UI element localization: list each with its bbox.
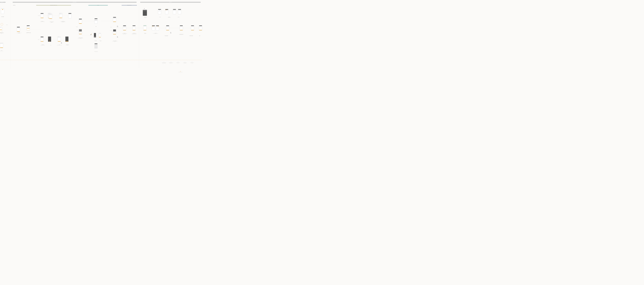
phone-fine[interactable] [65,37,68,42]
label-step3: STEP 3 + ALLEGATICompleta la tua richies… [112,41,118,42]
label-recensioni: RECENSIONITAB "Scritte / Ricevute" [168,17,171,18]
notif-4: Hai scelto con chi lavorare? Assegna la … [183,62,187,63]
label-anteprima: 3. ANTEPRIMA RICHIESTACompleta la tua ri… [78,38,84,39]
label-gallery: GALLERY / RULLINO [94,51,98,52]
hand-icon-dettaglio [170,32,172,34]
phone-pausa[interactable] [58,37,61,42]
phone-extra[interactable] [68,13,71,18]
label-onb-scal: ONBOARDING"Suggerimenti scaletta"[ ok, g… [40,45,45,45]
phone-dash-2[interactable] [156,25,159,31]
notif-3: [Azienda] è interessata alla tua richies… [176,62,180,63]
label-notifiche: NOTIFICHE [178,17,180,17]
warning-icon [180,71,181,72]
phone-aziende[interactable] [180,25,183,31]
bell-icon [178,62,178,62]
label-b-video: B (VIDEO) [38,40,40,40]
phone-domande[interactable] [59,13,62,18]
label-domande: # DOMANDE EXTRAfacoltativo accenno una v… [60,21,66,22]
label-aziende: AZIENDE INTERRESSATE+ select "radio butt… [179,34,184,35]
hand-icon-a [117,26,118,27]
phone-onb-dett[interactable] [40,13,44,18]
warning: Non c'è più bisogno di [azienda] [178,71,183,72]
label-b-video-2: B (VIDEO) [77,30,78,31]
hand-icon-b [117,36,118,38]
label-fine: FINE registrazione[ + ] [ ripeti ] [ sal… [66,45,68,45]
phone-notifiche-2[interactable] [178,9,181,14]
phone-nota[interactable] [94,18,98,24]
label-rec: REC [50,45,51,45]
notif-1: I preventivi per [richiesta] tardano ad … [162,62,166,63]
phone-hub[interactable] [27,25,30,31]
phone-onboarding-cliente[interactable] [0,27,2,32]
os-icons: 🤖 [144,8,145,9]
label-pausa: PAUSA"Suggerimenti scaletta"[ Gesture "T… [57,45,62,45]
phone-fotocamera[interactable] [94,33,96,38]
phone-recensioni[interactable] [165,9,168,14]
label-tuoi-dati: 4. I TUOI DATI1. Nome2. Cognome3. Email4… [122,33,128,34]
phone-scatti[interactable] [99,33,101,38]
notif-2: Non ci sono aziende nella tua zona. Este… [169,62,173,63]
bell-icon [164,62,164,62]
phone-dettaglio[interactable] [166,25,169,31]
phone-gallery[interactable] [94,43,98,49]
zone-utente: AREA UTENTE [140,2,201,3]
photo-icon [90,34,92,35]
phone-info[interactable] [17,27,20,32]
phone-intervista-3[interactable] [49,14,52,19]
label-login: LOGINSocial / User / Password [0,50,3,51]
label-verifica: 5. VERIFICA SMS1. Invio codice2. campo i… [132,33,137,34]
label-menu: MENU NAVIGATIONAndroid | iOS [144,17,147,18]
phone-notifiche-1[interactable] [173,9,176,14]
sub-questionario: QUESTIONARIO A. INTERVISTA / B. VIDEO [36,5,71,6]
phone-anteprima-b[interactable] [79,29,82,35]
label-a-intervista: A (INTERVISTA) [38,16,40,16]
sub-registrazione: REGISTRAZIONE UTENTE [122,5,137,6]
label-feed: FEED[ Pubblica ] [199,36,200,36]
phone-richiesta-ass[interactable] [191,25,194,31]
sub-allegati: ALLEGATI [88,5,108,6]
label-onb-dett: ONBOARDING"suggerimento dettatura"[ ok, … [40,21,45,22]
phone-splash[interactable] [1,9,4,14]
label-richiesta-ass: RICHIESTA ASSEGNATA[ Lascia la tua recen… [190,36,193,36]
phone-feed[interactable] [199,25,202,31]
label-info: 1. INFO1. Che cosa ti serve?2. Dove ti s… [16,32,22,34]
label-a-allegati: A + ALLEGATI [110,27,112,27]
action-cta-label: [ action CTA ] [13,5,15,6]
zone-common: AREA COMUNE [0,2,6,3]
label-profilo: PROFILO [160,17,161,17]
label-a-intervista-2: A (INTERVISTA) [76,27,78,27]
phone-tuoi-dati[interactable] [123,25,126,31]
label-b-allegati: B + ALLEGATI [110,30,112,31]
bell-icon [185,62,185,62]
label-nota: NOTA[ allega ] [96,26,96,27]
bell-icon [171,62,171,62]
phone-dash-1[interactable] [152,25,155,31]
label-onboarding-cliente: ONBOARDING CLIENTEFunzionalità B2C[ ok ]… [0,33,4,34]
hand-icon-touch [61,42,62,44]
bell-icon [192,62,192,62]
phone-verifica[interactable] [132,25,136,31]
label-modale: MODALERichiesta pubblicata! [144,33,146,34]
label-dashboard: DASHBOARDTAB "Attive / Archiviate"[ Nuov… [153,33,158,34]
decision-circle [1,23,3,26]
phone-profilo[interactable] [158,9,161,14]
notif-5: Hai lasciato una recensione a [Azienda]? [190,62,194,63]
zone-richiedi: RICHIEDI PREVENTIVO [12,2,137,3]
label-b2c-b2b: B2C B2B [6,25,8,25]
label-hub: 2. HUB INTERVISTA / VIDEO[ Intervista pr… [26,32,31,33]
phone-menu[interactable] [143,10,147,16]
phone-modale[interactable] [143,25,146,31]
phone-step3-a[interactable] [113,17,116,22]
phone-step3-b[interactable] [113,29,116,35]
label-fotocamera: FOTOCAMERA [94,41,97,41]
phone-rec[interactable] [48,37,51,42]
phone-onb-scal[interactable] [40,37,44,42]
phone-anteprima-a[interactable] [79,19,82,24]
label-scatti: SCATTI FATTI[ allega ] [100,41,102,41]
label-dettaglio: DETTAGLIO RICHIESTA[ 2 Aziende interessa… [164,36,168,36]
label-splash: SPLASH SCREENlogo + payoff + loader [1,16,4,17]
phone-login[interactable] [0,43,3,48]
label-intervista: INTERVISTA PREVENTIVO DOMANDE [49,22,54,23]
